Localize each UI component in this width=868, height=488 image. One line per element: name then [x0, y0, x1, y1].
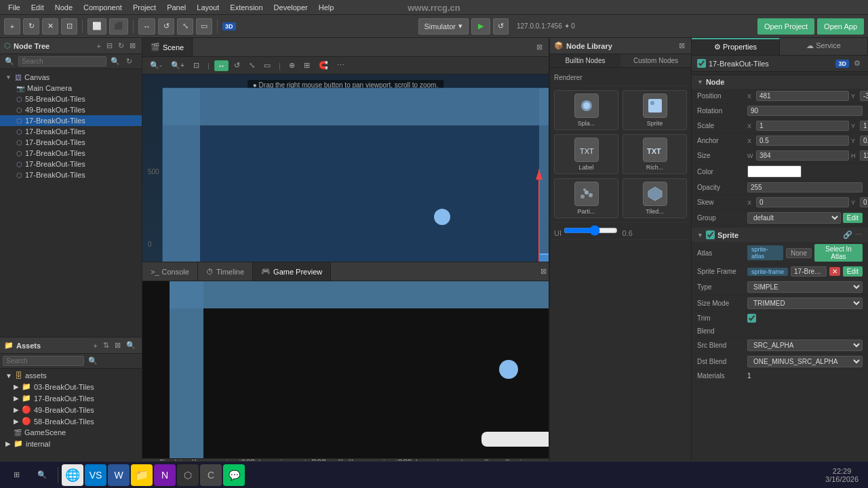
- refresh-button[interactable]: ↻: [23, 18, 39, 35]
- node-settings-btn[interactable]: ⚙: [852, 58, 863, 68]
- tree-item-58[interactable]: ⬡ 58-BreakOut-Tiles: [0, 94, 142, 104]
- taskbar-cocos[interactable]: C: [200, 464, 222, 486]
- zoom-in-tool[interactable]: 🔍+: [167, 60, 188, 71]
- tree-item-canvas[interactable]: ▼ 🖼 Canvas: [0, 72, 142, 83]
- assets-settings-button[interactable]: ⊠: [113, 340, 123, 350]
- node-tree-collapse-button[interactable]: ⊠: [127, 41, 138, 51]
- node-search-refresh[interactable]: ↻: [124, 56, 134, 66]
- renderer-particle[interactable]: Parti...: [554, 178, 618, 218]
- taskbar-explorer[interactable]: 📁: [131, 464, 153, 486]
- taskbar-vscode[interactable]: VS: [85, 464, 106, 486]
- tree-item-17-2[interactable]: ⬡ 17-BreakOut-Tiles: [0, 126, 142, 137]
- open-app-button[interactable]: Open App: [817, 18, 864, 35]
- add-node-button[interactable]: +: [4, 18, 20, 35]
- ui-slider[interactable]: [564, 225, 618, 236]
- taskbar-chrome[interactable]: 🌐: [62, 464, 83, 486]
- bottom-panel-menu[interactable]: ⊠: [538, 266, 549, 277]
- skew-y-input[interactable]: [860, 197, 868, 207]
- stop-button[interactable]: ✕: [42, 18, 58, 35]
- menu-developer[interactable]: Developer: [269, 2, 313, 13]
- reload-button[interactable]: ↺: [493, 18, 509, 35]
- sprite-frame-clear-button[interactable]: ✕: [829, 267, 840, 276]
- renderer-sprite[interactable]: Sprite: [623, 90, 687, 130]
- sprite-link-icon[interactable]: 🔗: [843, 230, 852, 239]
- menu-help[interactable]: Help: [313, 2, 340, 13]
- assets-search-go[interactable]: 🔍: [86, 356, 100, 366]
- more-tools[interactable]: ⋯: [334, 60, 348, 71]
- game-button[interactable]: ⬛: [109, 18, 128, 35]
- simulator-dropdown[interactable]: Simulator ▾: [418, 18, 469, 35]
- assets-search-icon-btn[interactable]: 🔍: [124, 340, 138, 350]
- tab-service[interactable]: ☁ Service: [780, 38, 868, 55]
- anchor-tool[interactable]: ⊕: [285, 60, 298, 71]
- scale-x-input[interactable]: [756, 121, 849, 131]
- scene-button[interactable]: ⬜: [87, 18, 106, 35]
- tab-custom-nodes[interactable]: Custom Nodes: [620, 54, 691, 67]
- group-edit-button[interactable]: Edit: [843, 213, 863, 223]
- opacity-input[interactable]: [747, 182, 863, 192]
- scale-scene-tool[interactable]: ⤡: [245, 60, 258, 71]
- size-w-input[interactable]: [756, 150, 849, 161]
- rotation-input[interactable]: [747, 106, 863, 116]
- sprite-settings-icon[interactable]: ⋯: [855, 230, 863, 239]
- type-select[interactable]: SIMPLE SLICED TILED: [747, 281, 863, 293]
- assets-sort-button[interactable]: ⇅: [101, 340, 111, 350]
- size-mode-select[interactable]: TRIMMED RAW CUSTOM: [747, 298, 863, 309]
- dst-blend-select[interactable]: ONE_MINUS_SRC_ALPHA: [747, 356, 863, 367]
- node-lib-menu[interactable]: ⊠: [677, 41, 687, 51]
- 3d-badge[interactable]: 3D: [222, 22, 236, 30]
- node-tree-add-button[interactable]: +: [95, 41, 103, 51]
- renderer-rich[interactable]: TXT Rich...: [623, 134, 687, 174]
- renderer-splash[interactable]: Spla...: [554, 90, 618, 130]
- tab-builtin-nodes[interactable]: Builtin Nodes: [550, 54, 620, 67]
- asset-49[interactable]: ▶ 🔴 49-BreakOut-Tiles: [0, 404, 142, 415]
- tree-item-17-1[interactable]: ⬡ 17-BreakOut-Tiles: [0, 115, 142, 126]
- taskbar-word[interactable]: W: [108, 464, 130, 486]
- menu-extension[interactable]: Extension: [224, 2, 268, 13]
- node-search-input[interactable]: [18, 56, 106, 66]
- scene-panel-menu[interactable]: ⊠: [534, 42, 545, 52]
- position-x-input[interactable]: [756, 91, 849, 101]
- node-tree-filter-button[interactable]: ⊟: [104, 41, 115, 51]
- tab-scene[interactable]: 🎬 Scene: [142, 38, 193, 56]
- size-h-input[interactable]: [860, 150, 868, 161]
- fit-tool[interactable]: ⊡: [190, 60, 203, 71]
- taskbar-onenote[interactable]: N: [154, 464, 176, 486]
- menu-node[interactable]: Node: [50, 2, 78, 13]
- scale-tool[interactable]: ⤡: [177, 18, 193, 35]
- node-tree-refresh-button[interactable]: ↻: [116, 41, 126, 51]
- group-select[interactable]: default: [747, 212, 841, 224]
- assets-search-input[interactable]: [3, 356, 84, 366]
- open-project-button[interactable]: Open Project: [757, 18, 814, 35]
- asset-root[interactable]: ▼ 🗄 assets: [0, 370, 142, 381]
- taskbar-search-button[interactable]: 🔍: [30, 463, 54, 487]
- position-y-input[interactable]: [860, 91, 868, 101]
- camera-button[interactable]: ⊡: [61, 18, 77, 35]
- node-search-icon[interactable]: 🔍: [3, 56, 16, 66]
- asset-03[interactable]: ▶ 📁 03-BreakOut-Tiles: [0, 381, 142, 392]
- move-scene-tool[interactable]: ↔: [214, 60, 229, 71]
- node-search-icon2[interactable]: 🔍: [108, 56, 122, 66]
- move-tool[interactable]: ↔: [138, 18, 155, 35]
- sprite-enabled-checkbox[interactable]: [706, 230, 715, 239]
- sprite-frame-edit-button[interactable]: Edit: [843, 266, 863, 277]
- menu-project[interactable]: Project: [127, 2, 161, 13]
- taskbar-wechat[interactable]: 💬: [223, 464, 245, 486]
- tab-console[interactable]: >_ Console: [142, 262, 198, 281]
- game-preview-view[interactable]: [142, 281, 549, 458]
- menu-component[interactable]: Component: [78, 2, 127, 13]
- grid-tool[interactable]: ⊞: [300, 60, 313, 71]
- tree-item-17-3[interactable]: ⬡ 17-BreakOut-Tiles: [0, 137, 142, 148]
- anchor-x-input[interactable]: [756, 136, 849, 146]
- tab-timeline[interactable]: ⏱ Timeline: [198, 262, 253, 281]
- asset-17[interactable]: ▶ 📁 17-BreakOut-Tiles: [0, 392, 142, 404]
- asset-internal[interactable]: ▶ 📁 internal: [0, 438, 142, 449]
- rotate-scene-tool[interactable]: ↺: [231, 60, 243, 71]
- assets-add-button[interactable]: +: [92, 340, 100, 350]
- tree-item-17-4[interactable]: ⬡ 17-BreakOut-Tiles: [0, 148, 142, 159]
- taskbar-windows-button[interactable]: ⊞: [4, 463, 28, 487]
- zoom-out-tool[interactable]: 🔍-: [146, 60, 165, 71]
- snap-tool[interactable]: 🧲: [315, 60, 332, 71]
- scene-view[interactable]: ● Drag the right mouse button to pan vie…: [142, 75, 549, 262]
- tab-game-preview[interactable]: 🎮 Game Preview: [253, 262, 331, 281]
